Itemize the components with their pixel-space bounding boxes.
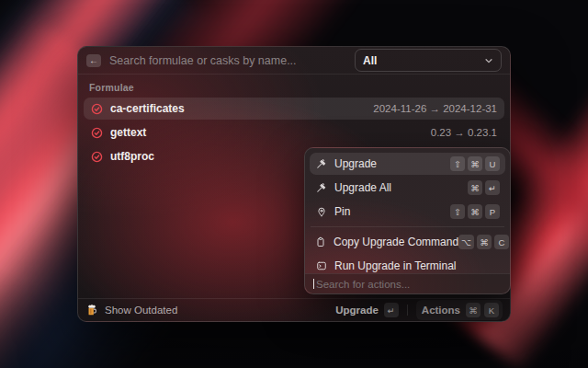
keycap-k: K bbox=[484, 303, 499, 317]
shortcut-keys: ⇧ ⌘ U bbox=[450, 156, 500, 171]
menu-item-label: Run Upgrade in Terminal bbox=[334, 259, 457, 272]
text-cursor bbox=[313, 279, 314, 289]
window-header: ← Search formulae or casks by name... Al… bbox=[78, 47, 510, 75]
primary-action-button[interactable]: Upgrade bbox=[335, 305, 379, 316]
menu-item-label: Upgrade bbox=[334, 157, 377, 170]
beer-mug-icon bbox=[85, 304, 98, 316]
clipboard-icon bbox=[315, 236, 326, 247]
hammer-icon bbox=[315, 182, 327, 193]
keycap-option: ⌥ bbox=[458, 235, 474, 249]
actions-label: Actions bbox=[422, 305, 460, 316]
search-input[interactable]: Search formulae or casks by name... bbox=[109, 54, 297, 67]
show-outdated-label[interactable]: Show Outdated bbox=[105, 305, 177, 316]
filter-dropdown-value: All bbox=[363, 54, 377, 67]
status-bar: Show Outdated Upgrade ↵ Actions ⌘ K bbox=[78, 298, 510, 321]
actions-panel: Upgrade ⇧ ⌘ U Upgrade All ⌘ ↵ bbox=[304, 147, 511, 294]
formula-name: gettext bbox=[110, 126, 146, 139]
pin-icon bbox=[315, 206, 327, 217]
menu-item-pin[interactable]: Pin ⇧ ⌘ P bbox=[310, 201, 505, 223]
actions-search[interactable]: Search for actions... bbox=[305, 273, 510, 293]
keycap-return: ↵ bbox=[384, 303, 399, 317]
actions-menu-list: Upgrade ⇧ ⌘ U Upgrade All ⌘ ↵ bbox=[305, 148, 510, 275]
list-item-ca-certificates[interactable]: ca-certificates 2024-11-26 → 2024-12-31 bbox=[84, 98, 504, 120]
menu-item-upgrade[interactable]: Upgrade ⇧ ⌘ U bbox=[310, 153, 505, 175]
menu-item-run-upgrade-in-terminal[interactable]: Run Upgrade in Terminal bbox=[310, 255, 505, 275]
shortcut-keys: ⌘ ↵ bbox=[468, 180, 500, 195]
actions-search-placeholder: Search for actions... bbox=[316, 279, 410, 290]
formula-name: ca-certificates bbox=[110, 102, 185, 115]
shortcut-keys: ⇧ ⌘ P bbox=[450, 204, 500, 219]
menu-separator bbox=[311, 226, 504, 227]
back-button[interactable]: ← bbox=[86, 54, 101, 67]
hammer-icon bbox=[315, 158, 327, 169]
keycap-command: ⌘ bbox=[468, 156, 482, 171]
filter-dropdown[interactable]: All bbox=[355, 49, 502, 72]
keycap-command: ⌘ bbox=[468, 204, 482, 219]
menu-item-label: Upgrade All bbox=[334, 181, 391, 194]
outdated-check-icon bbox=[91, 127, 103, 139]
section-header-formulae: Formulae bbox=[89, 82, 499, 93]
divider bbox=[407, 305, 408, 316]
keycap-u: U bbox=[485, 156, 500, 171]
keycap-return: ↵ bbox=[485, 180, 500, 195]
keycap-command: ⌘ bbox=[477, 235, 492, 249]
keycap-command: ⌘ bbox=[466, 303, 481, 317]
menu-item-label: Pin bbox=[334, 205, 350, 218]
desktop: ← Search formulae or casks by name... Al… bbox=[0, 0, 588, 368]
actions-menu-button[interactable]: Actions ⌘ K bbox=[416, 300, 503, 320]
formula-version-change: 0.23 → 0.23.1 bbox=[431, 127, 497, 138]
menu-item-upgrade-all[interactable]: Upgrade All ⌘ ↵ bbox=[310, 177, 505, 199]
chevron-down-icon bbox=[484, 56, 493, 65]
keycap-shift: ⇧ bbox=[450, 204, 465, 219]
list-item-gettext[interactable]: gettext 0.23 → 0.23.1 bbox=[84, 121, 504, 144]
formula-version-change: 2024-11-26 → 2024-12-31 bbox=[373, 103, 497, 114]
outdated-check-icon bbox=[91, 151, 103, 163]
keycap-p: P bbox=[485, 204, 500, 219]
formula-name: utf8proc bbox=[110, 150, 154, 163]
menu-item-copy-upgrade-command[interactable]: Copy Upgrade Command ⌥ ⌘ C bbox=[310, 231, 505, 253]
keycap-command: ⌘ bbox=[468, 180, 482, 195]
keycap-c: C bbox=[494, 235, 509, 249]
keycap-shift: ⇧ bbox=[450, 156, 465, 171]
arrow-left-icon: ← bbox=[89, 56, 98, 65]
shortcut-keys: ⌥ ⌘ C bbox=[458, 235, 509, 249]
status-bar-actions: Upgrade ↵ Actions ⌘ K bbox=[335, 300, 503, 320]
outdated-check-icon bbox=[91, 103, 103, 115]
terminal-icon bbox=[315, 260, 327, 271]
menu-item-label: Copy Upgrade Command bbox=[334, 236, 458, 248]
